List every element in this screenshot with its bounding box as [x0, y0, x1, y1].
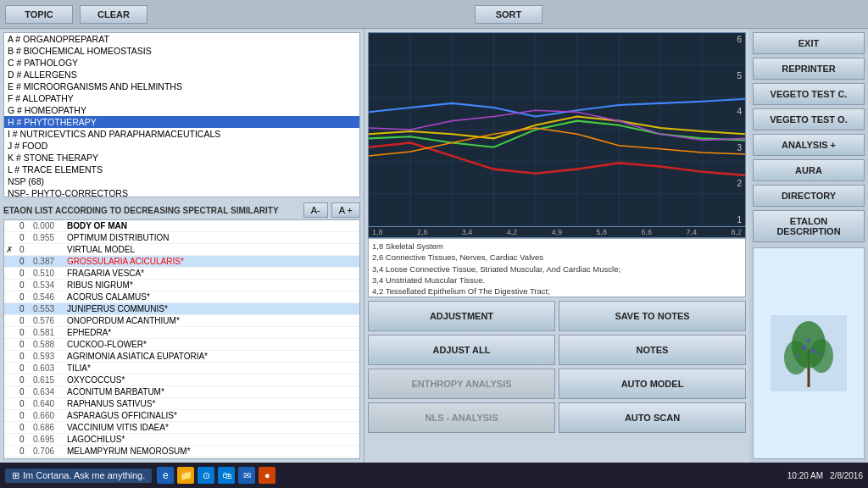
etaon-name-1: OPTIMUM DISTRIBUTION [67, 233, 358, 242]
etaon-row-5[interactable]: 00.534RIBUS NIGRUM* [4, 280, 359, 291]
etaon-row-20[interactable]: 00.736MATRICARIA CHAMOMILLA RECUTITA* [4, 458, 359, 459]
font-minus-button[interactable]: A- [303, 202, 328, 218]
taskbar-edge-icon[interactable]: ⊙ [198, 467, 214, 484]
adjust-all-button[interactable]: ADJUST ALL [368, 335, 555, 365]
middle-panel: 6 5 4 3 2 1 1,82,63,44,24,95,86,67,48,2 … [364, 29, 749, 463]
clear-button[interactable]: CLEAR [80, 5, 147, 24]
directory-button[interactable]: DIRECTORY [753, 185, 865, 207]
topic-item-F[interactable]: F # ALLOPATHY [4, 92, 359, 104]
etaon-row-1[interactable]: 00.955OPTIMUM DISTRIBUTION [4, 232, 359, 244]
topic-item-NSP-PHYTO[interactable]: NSP- PHYTO-CORRECTORS [4, 187, 359, 197]
info-line-3: 3,4 Unstriated Muscular Tissue. [372, 274, 742, 286]
topic-item-NSP68[interactable]: NSP (68) [4, 175, 359, 187]
taskbar-store-icon[interactable]: 🛍 [218, 467, 235, 484]
etaon-row-13[interactable]: 00.615OXYCOCCUS* [4, 374, 359, 386]
etaon-row-9[interactable]: 00.581EPHEDRA* [4, 327, 359, 339]
x-label-3: 4,2 [507, 228, 518, 236]
topic-item-A[interactable]: A # ORGANOPREPARAT [4, 33, 359, 45]
taskbar-mail-icon[interactable]: ✉ [238, 467, 255, 484]
windows-icon: ⊞ [12, 470, 19, 481]
topic-item-L[interactable]: L # TRACE ELEMENTS [4, 164, 359, 175]
etaon-name-3: GROSSULARIA ACICULARIS* [67, 257, 358, 266]
etaon-table[interactable]: 00.000BODY OF MAN00.955OPTIMUM DISTRIBUT… [3, 219, 360, 459]
middle-buttons: ADJUSTMENTSAVE TO NOTESADJUST ALLNOTESEN… [368, 301, 746, 433]
etaon-row-14[interactable]: 00.634ACONITUM BARBATUM* [4, 386, 359, 398]
etaon-num-7: 0 [19, 304, 33, 313]
font-plus-button[interactable]: A + [331, 202, 360, 218]
auto-scan-button[interactable]: AUTO SCAN [559, 402, 746, 433]
taskbar-search: Im Cortana. Ask me anything. [23, 470, 145, 480]
etaon-val-11: 0.593 [33, 352, 67, 361]
etaon-row-11[interactable]: 00.593AGRIMONIA ASIATICA EUPATORIA* [4, 351, 359, 363]
etaon-row-17[interactable]: 00.686VACCINIUM VITIS IDAEA* [4, 422, 359, 434]
etaon-val-4: 0.510 [33, 269, 67, 278]
y-label-1: 1 [737, 215, 742, 225]
etaon-name-7: JUNIPERUS COMMUNIS* [67, 304, 358, 313]
topic-list[interactable]: A # ORGANOPREPARATB # BIOCHEMICAL HOMEOS… [3, 32, 360, 197]
main-content: A # ORGANOPREPARATB # BIOCHEMICAL HOMEOS… [0, 29, 868, 463]
aura-button[interactable]: AURA [753, 159, 865, 181]
analysis-plus-button[interactable]: ANALYSIS + [753, 134, 865, 156]
topic-item-J[interactable]: J # FOOD [4, 140, 359, 152]
topic-item-I[interactable]: I # NUTRICEVTICS AND PARAPHARMACEUTICALS [4, 128, 359, 140]
x-label-2: 3,4 [462, 228, 473, 236]
vegeto-test-o-button[interactable]: VEGETO TEST O. [753, 108, 865, 130]
notes-button[interactable]: NOTES [559, 335, 746, 365]
vegeto-test-c-button[interactable]: VEGETO TEST C. [753, 83, 865, 105]
etaon-row-2[interactable]: ✗0VIRTUAL MODEL [4, 244, 359, 256]
etaon-num-9: 0 [19, 328, 33, 337]
topic-item-H[interactable]: H # PHYTOTHERAPY [4, 116, 359, 128]
svg-point-21 [810, 348, 815, 353]
etaon-row-10[interactable]: 00.588CUCKOO-FLOWER* [4, 339, 359, 351]
etaon-row-19[interactable]: 00.706MELAMPYRUM NEMOROSUM* [4, 446, 359, 458]
sort-button[interactable]: SORT [475, 5, 542, 24]
taskbar-app2-icon[interactable]: ● [259, 467, 275, 484]
etaon-val-12: 0.603 [33, 363, 67, 373]
etaon-row-0[interactable]: 00.000BODY OF MAN [4, 220, 359, 232]
etaon-num-15: 0 [19, 399, 33, 408]
x-label-8: 8,2 [731, 228, 742, 236]
taskbar-start[interactable]: ⊞ Im Cortana. Ask me anything. [5, 469, 152, 483]
topic-item-D[interactable]: D # ALLERGENS [4, 69, 359, 80]
topic-button[interactable]: TOPIC [5, 5, 73, 24]
etaon-label: ETAON LIST ACCORDING TO DECREASING SPECT… [3, 206, 300, 215]
save-to-notes-button[interactable]: SAVE TO NOTES [559, 301, 746, 331]
top-bar: TOPIC CLEAR SORT [0, 0, 868, 29]
etaon-row-7[interactable]: 00.553JUNIPERUS COMMUNIS* [4, 303, 359, 315]
etaon-num-16: 0 [19, 411, 33, 420]
etaon-row-12[interactable]: 00.603TILIA* [4, 363, 359, 374]
taskbar-time: 10:20 AM [787, 471, 823, 480]
adjustment-button[interactable]: ADJUSTMENT [368, 301, 555, 331]
taskbar-ie-icon[interactable]: e [157, 467, 174, 484]
topic-item-G[interactable]: G # HOMEOPATHY [4, 104, 359, 116]
etaon-num-2: 0 [19, 245, 33, 254]
etaon-row-15[interactable]: 00.640RAPHANUS SATIVUS* [4, 398, 359, 410]
etaon-num-0: 0 [19, 221, 33, 230]
topic-item-B[interactable]: B # BIOCHEMICAL HOMEOSTASIS [4, 45, 359, 57]
reprinter-button[interactable]: REPRINTER [753, 58, 865, 80]
x-axis-labels: 1,82,63,44,24,95,86,67,48,2 [368, 227, 746, 238]
etaon-row-8[interactable]: 00.576ONOPORDUM ACANTHIUM* [4, 315, 359, 327]
svg-point-24 [818, 352, 821, 356]
etaon-num-12: 0 [19, 363, 33, 373]
etaon-row-6[interactable]: 00.546ACORUS CALAMUS* [4, 291, 359, 303]
x-label-0: 1,8 [372, 228, 383, 236]
etaon-row-3[interactable]: 00.387GROSSULARIA ACICULARIS* [4, 256, 359, 268]
etaon-num-8: 0 [19, 316, 33, 325]
topic-item-C[interactable]: C # PATHOLOGY [4, 57, 359, 69]
y-label-4: 4 [737, 107, 742, 116]
y-label-2: 2 [737, 179, 742, 188]
auto-model-button[interactable]: AUTO MODEL [559, 369, 746, 399]
etaon-name-16: ASPARAGUS OFFICINALIS* [67, 411, 358, 420]
topic-item-E[interactable]: E # MICROORGANISMS AND HELMINTHS [4, 80, 359, 92]
exit-button[interactable]: EXIT [753, 32, 865, 54]
info-line-4: 4,2 Tessellated Epithelium Of The Digest… [372, 286, 742, 297]
etalon-description-button[interactable]: ETALON DESCRIPTION [753, 210, 865, 242]
etaon-row-4[interactable]: 00.510FRAGARIA VESCA* [4, 268, 359, 280]
etaon-num-5: 0 [19, 280, 33, 290]
etaon-row-16[interactable]: 00.660ASPARAGUS OFFICINALIS* [4, 410, 359, 422]
taskbar-folder-icon[interactable]: 📁 [177, 467, 194, 484]
topic-item-K[interactable]: K # STONE THERAPY [4, 152, 359, 164]
enthropy-button: ENTHROPY ANALYSIS [368, 369, 555, 399]
etaon-row-18[interactable]: 00.695LAGOCHILUS* [4, 434, 359, 446]
